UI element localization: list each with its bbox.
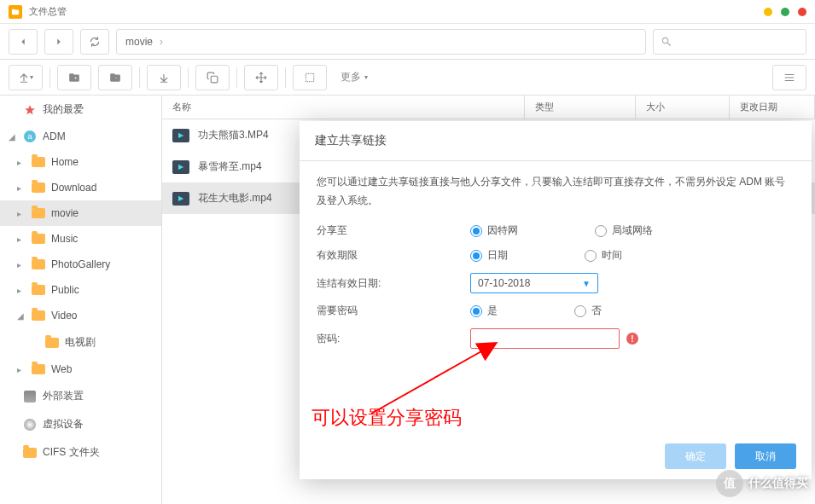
dialog-description: 您可以通过建立共享链接直接与他人分享文件，只要输入连结即可直接存文件，不需另外设… [317,173,795,210]
sidebar-item-virtual[interactable]: 虚拟设备 [0,410,161,438]
select-button[interactable] [293,65,327,90]
breadcrumb[interactable]: movie › [116,29,646,55]
radio-icon [574,305,586,317]
cancel-button[interactable]: 取消 [735,443,796,469]
sidebar-item-photogallery[interactable]: ▸PhotoGallery [0,252,161,277]
folder-icon [22,447,38,459]
need-password-label: 需要密码 [317,304,470,318]
sidebar-item-cifs[interactable]: CIFS 文件夹 [0,438,161,466]
sidebar-item-movie[interactable]: ▸movie [0,200,161,226]
folder-icon [44,337,60,349]
radio-time[interactable]: 时间 [585,248,622,263]
radio-icon [585,250,597,262]
sidebar-item-music[interactable]: ▸Music [0,226,161,252]
move-button[interactable] [244,65,278,90]
radio-icon [470,250,482,262]
annotation-text: 可以设置分享密码 [311,405,462,431]
sidebar-item-public[interactable]: ▸Public [0,277,161,303]
breadcrumb-path: movie [125,36,153,48]
sidebar-item-favorites[interactable]: 我的最爱 [0,96,161,124]
toolbar: ▾ + - 更多 ▾ [0,60,815,96]
search-input[interactable] [653,29,806,55]
alert-icon: ! [626,333,638,345]
folder-icon [31,310,46,322]
sidebar-item-home[interactable]: ▸Home [0,149,161,175]
video-file-icon [172,129,189,142]
folder-icon [31,233,46,245]
folder-icon [31,156,46,168]
radio-no[interactable]: 否 [574,304,602,318]
device-icon [22,391,38,403]
sidebar-item-external[interactable]: 外部装置 [0,382,161,410]
delete-button[interactable]: - [98,65,132,90]
download-button[interactable] [147,65,181,90]
watermark: 值 什么值得买 [716,470,808,497]
close-button[interactable] [798,8,806,16]
folder-icon [31,284,46,296]
forward-button[interactable] [44,29,73,55]
svg-rect-2 [211,76,218,83]
folder-icon [31,182,46,194]
minimize-button[interactable] [764,8,772,16]
folder-icon [9,5,22,19]
radio-date[interactable]: 日期 [470,248,508,263]
sidebar-item-tv[interactable]: 电视剧 [0,328,161,356]
more-button[interactable]: 更多 ▾ [334,70,375,84]
back-button[interactable] [9,29,38,55]
password-input[interactable] [470,328,620,349]
dialog-title: 建立共享链接 [300,121,812,160]
column-type[interactable]: 类型 [525,96,636,119]
radio-internet[interactable]: 因特网 [470,223,518,238]
expiry-date-select[interactable]: 07-10-2018▼ [470,273,598,293]
window-controls [764,8,806,16]
list-view-button[interactable] [772,65,806,90]
svg-text:-: - [115,75,117,80]
upload-button[interactable]: ▾ [9,65,43,90]
chevron-right-icon: › [160,36,163,48]
star-icon [22,104,38,116]
watermark-badge: 值 [716,470,743,497]
chevron-down-icon: ▾ [364,73,368,81]
radio-lan[interactable]: 局域网络 [595,223,653,238]
window-title: 文件总管 [29,5,67,18]
dialog-body: 您可以通过建立共享链接直接与他人分享文件，只要输入连结即可直接存文件，不需另外设… [300,161,812,433]
svg-rect-3 [306,73,313,81]
expiry-label: 连结有效日期: [317,276,470,291]
radio-icon [470,305,482,317]
disc-icon [22,419,38,431]
copy-button[interactable] [195,65,230,90]
svg-text:+: + [74,75,78,80]
sidebar: 我的最爱 ◢aADM ▸Home ▸Download ▸movie ▸Music… [0,96,162,504]
maximize-button[interactable] [781,8,789,16]
folder-icon [31,258,46,270]
navbar: movie › [0,24,815,60]
drive-icon: a [22,130,38,142]
radio-icon [470,225,482,237]
password-label: 密码: [317,332,470,346]
radio-yes[interactable]: 是 [470,304,498,318]
folder-icon [31,207,46,219]
column-name[interactable]: 名称 [162,96,525,119]
validity-label: 有效期限 [317,248,470,263]
watermark-text: 什么值得买 [748,476,808,491]
titlebar: 文件总管 [0,0,815,24]
sidebar-item-adm[interactable]: ◢aADM [0,124,161,149]
sidebar-item-web[interactable]: ▸Web [0,356,161,382]
sidebar-item-video[interactable]: ◢Video [0,303,161,328]
column-date[interactable]: 更改日期 [730,96,815,119]
chevron-down-icon: ▼ [582,279,591,288]
radio-icon [595,225,607,237]
column-size[interactable]: 大小 [636,96,730,119]
folder-icon [31,363,46,375]
video-file-icon [172,160,189,174]
sidebar-item-download[interactable]: ▸Download [0,175,161,200]
ok-button[interactable]: 确定 [665,443,726,469]
new-folder-button[interactable]: + [57,65,91,90]
list-header: 名称 类型 大小 更改日期 [162,96,815,119]
refresh-button[interactable] [80,29,109,55]
share-to-label: 分享至 [317,223,470,238]
video-file-icon [172,192,189,206]
